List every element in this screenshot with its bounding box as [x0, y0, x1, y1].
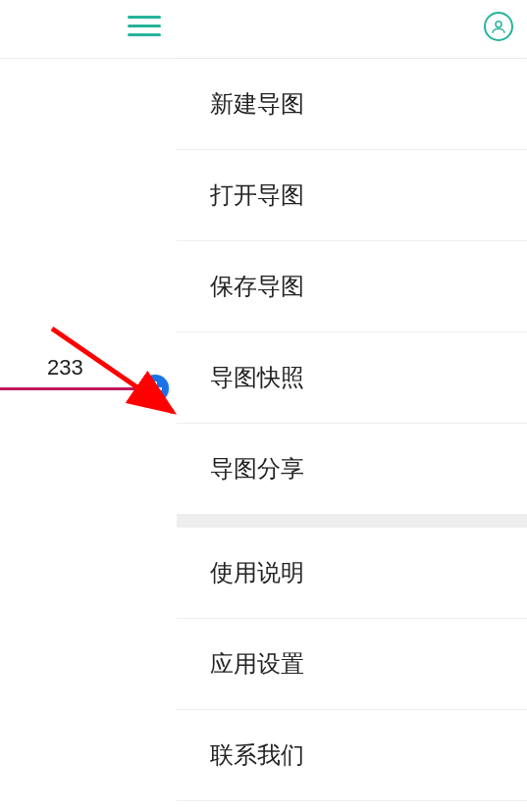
- menu-item-new[interactable]: 新建导图: [177, 59, 527, 150]
- menu-item-settings[interactable]: 应用设置: [177, 619, 527, 710]
- menu-label: 导图分享: [210, 455, 304, 482]
- svg-point-0: [496, 22, 501, 27]
- menu-item-snapshot[interactable]: 导图快照: [177, 332, 527, 424]
- menu-label: 联系我们: [210, 741, 304, 768]
- hamburger-menu-icon[interactable]: [128, 16, 161, 36]
- menu-item-help[interactable]: 使用说明: [177, 528, 527, 619]
- mindmap-canvas[interactable]: 233: [0, 59, 177, 812]
- menu-item-share[interactable]: 导图分享: [177, 424, 527, 514]
- menu-label: 导图快照: [210, 364, 304, 390]
- node-label[interactable]: 233: [47, 355, 83, 381]
- menu-label: 新建导图: [210, 90, 304, 117]
- menu-item-save[interactable]: 保存导图: [177, 241, 527, 332]
- topbar: [0, 0, 527, 59]
- menu-item-open[interactable]: 打开导图: [177, 150, 527, 241]
- side-drawer: 新建导图 打开导图 保存导图 导图快照 导图分享 使用说明 应用设置 联系我们: [177, 59, 527, 812]
- menu-divider: [177, 514, 527, 528]
- menu-label: 打开导图: [210, 181, 304, 208]
- menu-item-contact[interactable]: 联系我们: [177, 710, 527, 801]
- content-area: 233 新建导图 打开导图 保存导图 导图快照 导图分享 使用说明 应用设置 联…: [0, 59, 527, 812]
- menu-label: 使用说明: [210, 559, 304, 585]
- menu-label: 保存导图: [210, 273, 304, 299]
- profile-icon[interactable]: [484, 12, 513, 41]
- add-node-button[interactable]: [141, 375, 169, 402]
- menu-label: 应用设置: [210, 650, 304, 677]
- node-branch-line: [0, 387, 147, 390]
